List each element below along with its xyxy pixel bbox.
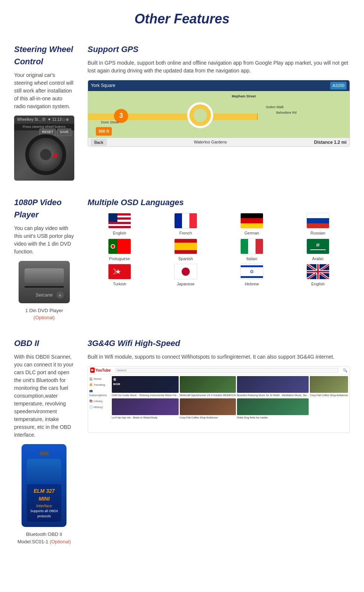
yt-content-area: 夜BGM Chill Out Guitar Music - Relaxing I… [110,375,350,433]
israel-stripe-bottom [241,276,263,278]
flag-item-italian: Italian [220,239,284,262]
yt-sidebar: 🏠 Home 🔥 Trending 📺 Subscriptions 📚 Libr… [88,375,110,424]
flag-label-arabic: Arabic [312,256,324,262]
gps-desc: Built in GPS module, support both online… [88,59,350,75]
flag-label-italian: Italian [246,256,257,262]
steering-wheel-cell: Steering Wheel Control Your original car… [7,36,81,190]
yt-top-bar: ▶ YouTube 🔍 [88,366,350,375]
wifi-cell: 3G&4G Wifi High-Speed Built in Wifi modu… [81,330,357,554]
steering-title: Steering Wheel Control [14,43,74,68]
video-cell: 1080P Video Player You can play video wi… [7,190,81,330]
france-blue [175,213,182,228]
russia-white [307,213,329,218]
flag-label-english-uk: English [311,281,325,287]
japan-circle [182,268,190,276]
turkey-star: ★ [115,267,121,277]
yt-thumb-5 [112,398,179,415]
flag-usa [108,213,131,229]
gps-dist-label: Distance [314,140,333,145]
usa-canton [108,213,117,222]
gps-street4: Belvedere Rd [276,110,297,116]
yt-library[interactable]: 📚 Library [89,398,109,404]
flag-item-german: German [220,213,284,236]
yt-video3-title: Beautiful Relaxing Music for St Relief -… [237,394,309,398]
yt-video-4[interactable]: Cozy Fall Coffee Shop Ambience [310,376,348,398]
russia-red [307,223,329,228]
obd-optional: (Optional) [50,539,71,544]
russia-blue [307,218,329,223]
steering-image: Wheelkey St... ⓟ ψ ▼ 11:13 □ ⊕ ↰ Press s… [14,116,74,181]
flag-label-french: French [179,230,192,236]
yt-thumb-3 [237,376,309,393]
israel-star-of-david: ✡ [250,269,254,274]
yt-search-input[interactable] [115,368,338,373]
flag-label-portuguese: Protuguese [109,256,130,262]
obd-caption: Bluetooth OBD II Model:SC01-1 (Optional) [14,531,74,545]
gps-street2: Sutton Walk [266,105,284,110]
obd-cell: OBD II With this OBDII Scanner, you can … [7,330,81,554]
flag-israel: ✡ [240,264,263,279]
wifi-desc: Built in Wifi module, supports to connec… [88,353,350,361]
yt-video-2[interactable]: Minecraft Speedrunner VS 4 Hunters REMAT… [180,376,236,398]
obd-body [27,459,61,481]
gps-bottom-bar: Back Waterloo Gardens Distance 1.2 mi [88,138,350,147]
video-title: 1080P Video Player [14,196,74,221]
save-btn[interactable]: SAVE [57,129,71,136]
yt-video-5[interactable]: Lo-fi hip hop mix - Beats to Relax/Study [112,398,179,420]
yt-video-1[interactable]: 夜BGM Chill Out Guitar Music - Relaxing I… [112,376,179,398]
gps-road-label: A3200 [330,82,347,90]
yt-video1-title: Chill Out Guitar Music - Relaxing Instru… [112,394,179,398]
yt-logo-icon: ▶ [90,368,95,373]
wifi-title: 3G&4G Wifi High-Speed [88,337,350,349]
yt-search-icon[interactable]: 🔍 [343,368,347,373]
flag-label-hebrew: Hebrew [245,281,259,287]
flag-label-japanese: Japanese [177,281,195,287]
france-red [189,213,197,228]
yt-history[interactable]: 🕐 History [89,404,109,410]
germany-yellow [241,223,263,228]
flag-japan [174,264,197,279]
dvd-player-area: Seicane ▲ 1 Din DVD Player (Optional) [14,261,74,321]
steering-wheel-visual [25,134,66,175]
yt-brand: YouTube [95,368,111,373]
germany-red [241,218,263,223]
italy-white [248,239,256,254]
yt-body: 🏠 Home 🔥 Trending 📺 Subscriptions 📚 Libr… [88,375,350,433]
flag-uk [306,264,329,279]
yt-video-6[interactable]: Cozy Fall Coffee Shop Ambience [180,398,236,420]
gps-street3: Doon Street [101,120,119,125]
yt-video7-title: Shibe Dog finds his master [237,416,309,420]
yt-trending[interactable]: 🔥 Trending [89,382,109,388]
gps-location: York Square [91,82,116,89]
gps-title: Support GPS [88,43,350,55]
spain-red1 [175,239,197,243]
gps-back-button[interactable]: Back [91,139,107,146]
yt-thumb-6 [180,398,236,415]
dvd-eject-icon[interactable]: ▲ [56,291,64,299]
yt-video-3[interactable]: Beautiful Relaxing Music for St Relief -… [237,376,309,398]
obd-desc: With this OBDII Scanner, you can connect… [14,353,74,439]
italy-red [256,239,263,254]
obd-sub2: Supports all OBDII protocols [29,509,59,519]
obd-brand: ELM 327 MINI [29,487,59,503]
yt-home[interactable]: 🏠 Home [89,376,109,382]
germany-black [241,213,263,218]
yt-video-7[interactable]: Shibe Dog finds his master [237,398,309,420]
flag-portugal [108,239,131,254]
flag-label-german: German [244,230,259,236]
flag-russia [306,213,329,229]
flag-item-russian: Russian [286,213,350,236]
gps-dist-value: 1.2 mi [334,140,347,145]
page-title: Other Features [0,0,364,36]
flag-saudi: ﷽ [306,239,329,254]
yt-logo-text: ▶ YouTube [90,368,111,373]
flag-item-arabic: ﷽ Arabic [286,239,350,262]
italy-green [241,239,248,254]
yt-subscriptions[interactable]: 📺 Subscriptions [89,388,109,398]
flag-france [174,213,197,229]
yt-video4-title: Cozy Fall Coffee Shop Ambience [310,394,348,398]
obd-sub1: Interface [29,503,59,509]
flag-item-french: French [154,213,218,236]
yt-thumb-4 [310,376,348,393]
israel-stripe-top [241,265,263,267]
